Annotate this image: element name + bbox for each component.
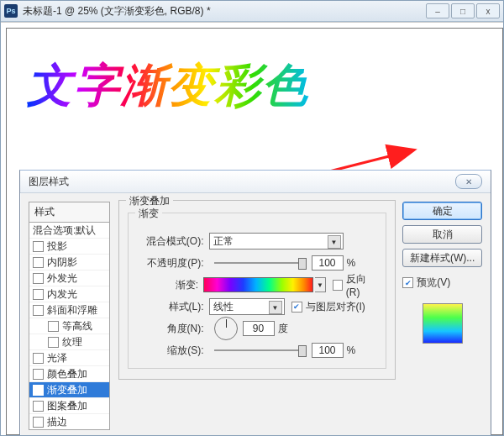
opacity-input[interactable]: 100 (312, 255, 344, 271)
style-label: 外发光 (47, 271, 77, 286)
opacity-slider[interactable] (214, 260, 307, 265)
preview-checkbox[interactable]: ✔ (402, 277, 413, 288)
art-text-layer: 文字渐变彩色 (27, 55, 309, 117)
style-label: 颜色叠加 (47, 367, 87, 381)
style-row-pattern-overlay[interactable]: 图案叠加 (29, 398, 109, 414)
style-checkbox-satin[interactable] (33, 353, 44, 364)
style-label: 纹理 (62, 335, 82, 349)
reverse-checkbox[interactable] (333, 280, 343, 291)
chevron-down-icon: ▼ (328, 235, 341, 249)
style-label: 光泽 (47, 351, 67, 365)
cancel-button[interactable]: 取消 (402, 225, 482, 244)
style-checkbox-bevel[interactable] (33, 305, 44, 316)
scale-slider[interactable] (214, 348, 307, 353)
styles-panel: 样式 混合选项:默认投影内阴影外发光内发光斜面和浮雕等高线纹理光泽颜色叠加✔渐变… (20, 193, 115, 436)
style-select[interactable]: 线性 ▼ (209, 298, 285, 315)
opacity-unit: % (347, 257, 356, 269)
style-row-inner-shadow[interactable]: 内阴影 (29, 255, 109, 271)
preview-label: 预览(V) (417, 276, 450, 290)
inner-caption: 渐变 (135, 207, 162, 221)
style-row-contour[interactable]: 等高线 (29, 318, 109, 334)
blend-mode-label: 混合模式(O): (137, 234, 209, 249)
chevron-down-icon: ▼ (269, 301, 282, 314)
gradient-dropdown-button[interactable]: ▼ (315, 277, 327, 292)
new-style-button[interactable]: 新建样式(W)... (402, 249, 482, 267)
style-checkbox-outer-glow[interactable] (33, 273, 44, 284)
style-label: 投影 (47, 239, 67, 254)
dialog-titlebar[interactable]: 图层样式 ✕ (20, 171, 491, 193)
angle-input[interactable]: 90 (243, 321, 275, 336)
opacity-label: 不透明度(P): (137, 256, 209, 271)
style-checkbox-color-overlay[interactable] (33, 369, 44, 380)
align-checkbox[interactable]: ✔ (291, 302, 302, 313)
style-label: 内阴影 (47, 255, 77, 270)
style-row-blend-defaults[interactable]: 混合选项:默认 (29, 223, 109, 239)
dialog-buttons-panel: 确定 取消 新建样式(W)... ✔ 预览(V) (402, 193, 491, 436)
style-checkbox-inner-glow[interactable] (33, 289, 44, 300)
style-checkbox-gradient-overlay[interactable]: ✔ (33, 385, 44, 396)
settings-panel: 渐变叠加 渐变 混合模式(O): 正常 ▼ 不透 (115, 193, 403, 436)
gradient-picker[interactable] (203, 277, 313, 292)
gradient-overlay-group: 渐变叠加 渐变 混合模式(O): 正常 ▼ 不透 (118, 200, 396, 380)
style-row-outer-glow[interactable]: 外发光 (29, 271, 109, 286)
style-label: 图案叠加 (47, 399, 87, 413)
gradient-label: 渐变: (137, 278, 203, 292)
window-minimize-button[interactable]: – (426, 3, 449, 18)
style-label: 样式(L): (137, 300, 209, 314)
layer-style-dialog: 图层样式 ✕ 样式 混合选项:默认投影内阴影外发光内发光斜面和浮雕等高线纹理光泽… (19, 170, 491, 436)
gradient-inner-group: 渐变 混合模式(O): 正常 ▼ 不透明度(P): (128, 213, 387, 369)
window-close-button[interactable]: x (476, 3, 500, 18)
style-row-satin[interactable]: 光泽 (29, 350, 109, 366)
style-checkbox-texture[interactable] (48, 337, 59, 348)
scale-label: 缩放(S): (137, 344, 209, 358)
ok-button[interactable]: 确定 (402, 202, 482, 220)
dialog-title: 图层样式 (29, 175, 455, 189)
style-checkbox-inner-shadow[interactable] (33, 257, 44, 268)
angle-unit: 度 (278, 322, 288, 336)
blend-mode-select[interactable]: 正常 ▼ (209, 233, 344, 250)
style-row-bevel[interactable]: 斜面和浮雕 (29, 302, 109, 318)
blend-mode-value: 正常 (213, 234, 234, 249)
style-row-color-overlay[interactable]: 颜色叠加 (29, 366, 109, 382)
style-checkbox-contour[interactable] (48, 321, 59, 332)
style-label: 等高线 (62, 319, 92, 334)
window-maximize-button[interactable]: □ (451, 3, 475, 18)
app-icon: Ps (4, 4, 18, 18)
style-label: 内发光 (47, 287, 77, 302)
style-row-drop-shadow[interactable]: 投影 (29, 239, 109, 255)
style-label: 混合选项:默认 (33, 223, 96, 238)
window-title: 未标题-1 @ 25% (文字渐变彩色, RGB/8) * (23, 4, 426, 18)
styles-list: 混合选项:默认投影内阴影外发光内发光斜面和浮雕等高线纹理光泽颜色叠加✔渐变叠加图… (29, 222, 110, 430)
style-label: 渐变叠加 (47, 383, 87, 397)
gradient-preview-swatch (423, 303, 463, 344)
angle-label: 角度(N): (137, 322, 209, 336)
align-label: 与图层对齐(I) (306, 300, 365, 314)
window-titlebar: Ps 未标题-1 @ 25% (文字渐变彩色, RGB/8) * – □ x (1, 1, 503, 22)
style-value: 线性 (213, 300, 234, 314)
scale-unit: % (347, 344, 356, 356)
style-row-texture[interactable]: 纹理 (29, 334, 109, 350)
document-canvas[interactable]: 文字渐变彩色 图层样式 ✕ 样式 混合选项:默认投影内阴影外发光内发光斜面和浮雕… (1, 22, 503, 435)
angle-dial[interactable] (214, 317, 238, 340)
scale-input[interactable]: 100 (312, 343, 344, 358)
style-label: 描边 (47, 415, 67, 429)
style-label: 斜面和浮雕 (47, 303, 97, 318)
dialog-close-button[interactable]: ✕ (455, 174, 482, 189)
style-checkbox-stroke[interactable] (33, 417, 44, 428)
reverse-label: 反向(R) (346, 272, 377, 298)
style-row-gradient-overlay[interactable]: ✔渐变叠加 (29, 382, 109, 398)
style-checkbox-drop-shadow[interactable] (33, 241, 44, 252)
style-row-stroke[interactable]: 描边 (29, 414, 109, 429)
styles-header: 样式 (29, 202, 110, 222)
style-row-inner-glow[interactable]: 内发光 (29, 286, 109, 302)
style-checkbox-pattern-overlay[interactable] (33, 401, 44, 412)
app-window: Ps 未标题-1 @ 25% (文字渐变彩色, RGB/8) * – □ x 文… (0, 0, 504, 436)
